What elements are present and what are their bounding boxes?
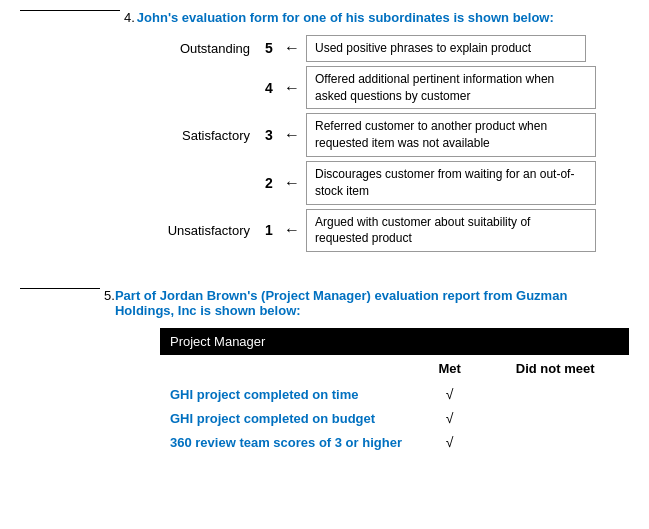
- rating-arrow-5: ←: [284, 39, 300, 57]
- question-4-block: 4. John's evaluation form for one of his…: [20, 10, 629, 252]
- rating-number-5: 5: [260, 40, 278, 56]
- eval-met-2: √: [418, 406, 481, 430]
- question-5-line: [20, 288, 100, 289]
- question-5-header: 5. Part of Jordan Brown's (Project Manag…: [20, 288, 629, 318]
- question-4-text: John's evaluation form for one of his su…: [137, 10, 554, 25]
- rating-row-1: Unsatisfactory 1 ← Argued with customer …: [160, 209, 629, 253]
- rating-box-2: Discourages customer from waiting for an…: [306, 161, 596, 205]
- col-header-criteria: [160, 355, 418, 382]
- eval-table-title: Project Manager: [160, 328, 629, 355]
- question-5-block: 5. Part of Jordan Brown's (Project Manag…: [20, 288, 629, 454]
- rating-row-2: 2 ← Discourages customer from waiting fo…: [160, 161, 629, 205]
- eval-met-3: √: [418, 430, 481, 454]
- rating-box-1: Argued with customer about suitability o…: [306, 209, 596, 253]
- eval-table-container: Project Manager Met Did not meet GHI pro…: [160, 328, 629, 454]
- rating-scale: Outstanding 5 ← Used positive phrases to…: [160, 35, 629, 252]
- rating-row-3: Satisfactory 3 ← Referred customer to an…: [160, 113, 629, 157]
- rating-arrow-1: ←: [284, 221, 300, 239]
- eval-not-met-1: [481, 382, 629, 406]
- question-4-header: 4. John's evaluation form for one of his…: [20, 10, 629, 25]
- rating-box-5: Used positive phrases to explain product: [306, 35, 586, 62]
- rating-arrow-3: ←: [284, 126, 300, 144]
- eval-table-header-row: Met Did not meet: [160, 355, 629, 382]
- rating-label-satisfactory: Satisfactory: [160, 128, 260, 143]
- col-header-did-not-meet: Did not meet: [481, 355, 629, 382]
- rating-row-4: 4 ← Offered additional pertinent informa…: [160, 66, 629, 110]
- rating-label-outstanding: Outstanding: [160, 41, 260, 56]
- eval-criteria-1: GHI project completed on time: [160, 382, 418, 406]
- eval-met-1: √: [418, 382, 481, 406]
- eval-table: Met Did not meet GHI project completed o…: [160, 355, 629, 454]
- rating-arrow-2: ←: [284, 174, 300, 192]
- question-4-line: [20, 10, 120, 11]
- eval-row-3: 360 review team scores of 3 or higher √: [160, 430, 629, 454]
- eval-not-met-3: [481, 430, 629, 454]
- rating-row-5: Outstanding 5 ← Used positive phrases to…: [160, 35, 629, 62]
- rating-number-2: 2: [260, 175, 278, 191]
- rating-box-3: Referred customer to another product whe…: [306, 113, 596, 157]
- eval-row-1: GHI project completed on time √: [160, 382, 629, 406]
- question-4-number: 4.: [124, 10, 135, 25]
- rating-box-4: Offered additional pertinent information…: [306, 66, 596, 110]
- rating-arrow-4: ←: [284, 79, 300, 97]
- eval-row-2: GHI project completed on budget √: [160, 406, 629, 430]
- rating-number-1: 1: [260, 222, 278, 238]
- eval-not-met-2: [481, 406, 629, 430]
- rating-number-3: 3: [260, 127, 278, 143]
- question-5-text-blue: Part of Jordan Brown's (Project Manager)…: [115, 288, 567, 318]
- eval-criteria-3: 360 review team scores of 3 or higher: [160, 430, 418, 454]
- rating-number-4: 4: [260, 80, 278, 96]
- col-header-met: Met: [418, 355, 481, 382]
- eval-criteria-2: GHI project completed on budget: [160, 406, 418, 430]
- question-5-number: 5.: [104, 288, 115, 303]
- rating-label-unsatisfactory: Unsatisfactory: [160, 223, 260, 238]
- question-5-text: Part of Jordan Brown's (Project Manager)…: [115, 288, 629, 318]
